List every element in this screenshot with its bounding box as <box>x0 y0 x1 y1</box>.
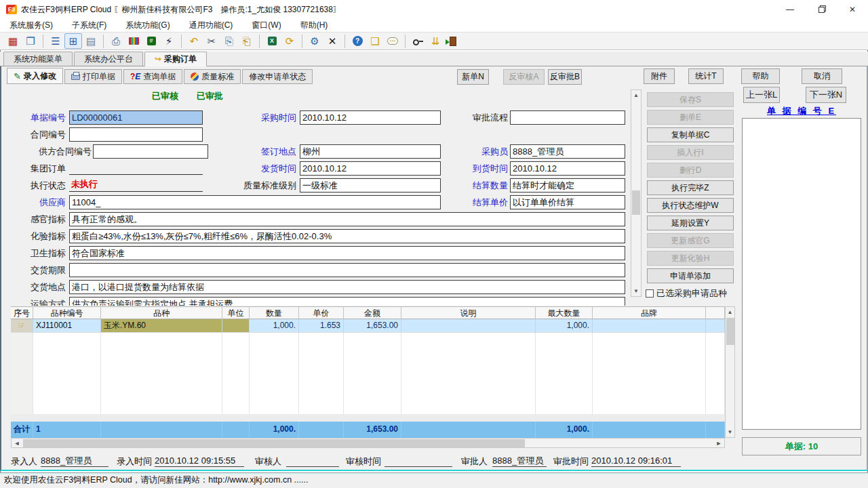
close-x-icon[interactable]: ✕ <box>323 33 341 49</box>
menu-subsystems[interactable]: 子系统(F) <box>62 20 116 31</box>
cut-icon[interactable]: ✂ <box>203 33 220 49</box>
table-empty-row[interactable] <box>11 360 725 373</box>
key-icon[interactable] <box>409 33 427 49</box>
undo-icon[interactable]: ↶ <box>185 33 203 49</box>
col-seq[interactable]: 序号 <box>11 306 33 319</box>
menu-help[interactable]: 帮助(H) <box>291 20 338 31</box>
table-hscrollbar-thumb[interactable] <box>23 439 525 447</box>
attachment-button[interactable]: 附件 <box>644 68 675 84</box>
statistics-button[interactable]: 统计T <box>688 68 724 84</box>
delivery-place-field[interactable]: 港口，以港口提货数量为结算依据 <box>69 280 625 294</box>
table-scroll-up-icon[interactable]: ▲ <box>726 307 734 317</box>
tab-system-function-menu[interactable]: 系统功能菜单 <box>3 52 73 66</box>
delivery-deadline-field[interactable] <box>69 263 625 277</box>
cell-item-code[interactable]: XJ110001 <box>33 319 101 333</box>
subtab-query-document[interactable]: ?E查询单据 <box>123 69 182 84</box>
minimize-icon[interactable]: — <box>774 0 806 19</box>
cell-price[interactable]: 1.653 <box>299 319 344 333</box>
add-request-button[interactable]: 申请单添加 <box>647 268 734 283</box>
prev-doc-button[interactable]: 上一张L <box>743 87 780 103</box>
cell-amount[interactable]: 1,653.00 <box>344 319 401 333</box>
help-button[interactable]: 帮助 <box>741 68 780 84</box>
col-amount[interactable]: 金额 <box>344 306 401 319</box>
arrival-time-field[interactable]: 2010.10.12 <box>510 161 625 176</box>
col-note[interactable]: 说明 <box>401 306 536 319</box>
new-note-icon[interactable]: ❏ <box>366 33 384 49</box>
doc-list-box[interactable] <box>742 118 861 430</box>
cell-note[interactable] <box>401 319 536 333</box>
table-scroll-down-icon[interactable]: ▼ <box>726 427 734 437</box>
document-icon[interactable]: ▤ <box>82 33 100 49</box>
table-scrollbar[interactable]: ▲ ▼ <box>725 306 735 438</box>
form-scrollbar-thumb[interactable] <box>632 190 640 215</box>
approval-flow-field[interactable] <box>510 110 625 125</box>
copy-icon[interactable]: ⎘ <box>220 33 238 49</box>
col-unit[interactable]: 单位 <box>222 306 250 319</box>
refresh-icon[interactable]: ⟳ <box>281 33 298 49</box>
next-doc-button[interactable]: 下一张N <box>806 87 846 103</box>
group-order-field[interactable] <box>69 161 203 175</box>
cell-item-name[interactable]: 玉米.YM.60 <box>101 319 222 333</box>
close-icon[interactable]: ✕ <box>837 0 868 19</box>
mosaic-icon[interactable]: ▦ <box>4 33 22 49</box>
table-row[interactable]: ☞ XJ110001 玉米.YM.60 1,000. 1.653 1,653.0… <box>11 319 725 333</box>
menu-window[interactable]: 窗口(W) <box>242 20 290 31</box>
table-empty-row[interactable] <box>11 373 725 387</box>
table-empty-row[interactable] <box>11 387 725 401</box>
comment-icon[interactable]: ⋯ <box>384 33 401 49</box>
import-icon[interactable]: ⇊ <box>427 33 444 49</box>
assay-field[interactable]: 粗蛋白≥43%,水份≤13%,灰份≤7%,粗纤维≤6%，尿酶活性0.02-0.3… <box>69 229 625 243</box>
detail-list-icon[interactable]: ☰ <box>47 33 64 49</box>
col-item-name[interactable]: 品种 <box>101 306 222 319</box>
checkbox-icon[interactable] <box>646 289 654 298</box>
delay-setting-button[interactable]: 延期设置Y <box>647 216 734 230</box>
quality-level-field[interactable]: 一级标准 <box>300 178 441 192</box>
table-empty-row[interactable] <box>11 346 725 360</box>
copy-doc-button[interactable]: 复制单据C <box>647 127 734 142</box>
tab-purchase-order[interactable]: ↪采购订单 <box>144 52 207 66</box>
ship-time-field[interactable]: 2010.10.12 <box>300 161 441 176</box>
tab-system-office-platform[interactable]: 系统办公平台 <box>74 52 143 66</box>
cell-brand[interactable] <box>593 319 706 333</box>
table-hscrollbar[interactable]: ◄ ► <box>11 438 725 448</box>
table-empty-row[interactable] <box>11 333 725 346</box>
settle-qty-field[interactable]: 结算时才能确定 <box>510 178 625 192</box>
scroll-down-icon[interactable]: ▼ <box>631 286 641 296</box>
run-icon[interactable]: ⚡ <box>160 33 178 49</box>
calculator-icon[interactable]: # <box>142 33 160 49</box>
subtab-modify-request-status[interactable]: 修改申请单状态 <box>242 69 313 84</box>
menu-common-functions[interactable]: 通用功能(C) <box>180 20 243 31</box>
buyer-field[interactable]: 8888_管理员 <box>510 144 625 159</box>
col-brand[interactable]: 品牌 <box>593 306 706 319</box>
supplier-contract-no-field[interactable] <box>93 144 208 159</box>
col-qty[interactable]: 数量 <box>250 306 299 319</box>
supplier-field[interactable]: 11004_ <box>69 195 441 209</box>
cell-qty[interactable]: 1,000. <box>250 319 299 333</box>
contract-no-field[interactable] <box>69 127 203 142</box>
restore-icon[interactable] <box>806 0 837 19</box>
books-add-icon[interactable] <box>125 33 142 49</box>
subtab-entry-edit[interactable]: ✎录入修改 <box>7 68 63 84</box>
col-item-code[interactable]: 品种编号 <box>33 306 101 319</box>
cell-max-qty[interactable]: 1,000. <box>536 319 593 333</box>
col-max-qty[interactable]: 最大数量 <box>536 306 593 319</box>
col-price[interactable]: 单价 <box>299 306 344 319</box>
sensory-field[interactable]: 具有正常的感观。 <box>69 212 625 226</box>
doc-no-field[interactable]: LD00000061 <box>69 110 203 125</box>
reverse-approve-button[interactable]: 反审批B <box>548 69 582 85</box>
sign-place-field[interactable]: 柳州 <box>300 144 441 159</box>
settle-price-field[interactable]: 以订单单价结算 <box>510 195 625 209</box>
hygiene-field[interactable]: 符合国家标准 <box>69 246 625 260</box>
window-copy-icon[interactable]: ❐ <box>22 33 39 49</box>
help-icon[interactable]: ? <box>349 33 366 49</box>
exec-complete-button[interactable]: 执行完毕Z <box>647 180 734 195</box>
transport-field[interactable]: 供方负责运输到需方指定地点,并承担运费 <box>69 297 625 306</box>
table-scrollbar-thumb[interactable] <box>726 318 734 345</box>
subtab-print-document[interactable]: 打印单据 <box>64 69 122 84</box>
clipboard-gear-icon[interactable]: ⚙ <box>306 33 323 49</box>
subtab-quality-standard[interactable]: 质量标准 <box>184 69 241 84</box>
print-icon[interactable]: ⎙ <box>107 33 125 49</box>
exec-status-maintain-button[interactable]: 执行状态维护W <box>647 198 734 213</box>
purchase-time-field[interactable]: 2010.10.12 <box>300 110 441 125</box>
cell-unit[interactable] <box>222 319 250 333</box>
